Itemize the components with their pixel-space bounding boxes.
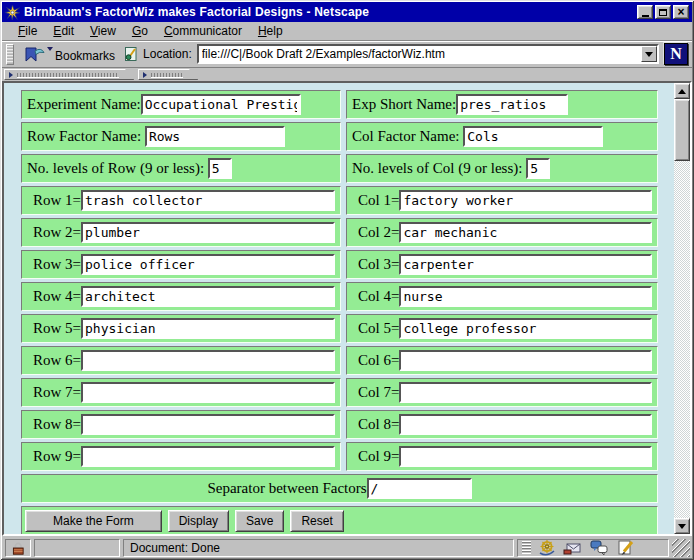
location-dropdown-button[interactable] bbox=[641, 46, 657, 62]
tab-texture bbox=[151, 73, 183, 77]
col-level-label: Col 7= bbox=[352, 384, 399, 401]
mailbox-icon[interactable] bbox=[563, 539, 583, 556]
row-level-cell: Row 8= bbox=[21, 410, 341, 439]
menu-bar: File Edit View Go Communicator Help bbox=[2, 22, 692, 41]
col-level-label: Col 3= bbox=[352, 256, 399, 273]
row-level-input[interactable] bbox=[81, 446, 335, 467]
row-level-label: Row 4= bbox=[27, 288, 81, 305]
bookmarks-label: Bookmarks bbox=[55, 49, 115, 63]
bookmarks-button[interactable]: Bookmarks bbox=[19, 45, 119, 64]
display-button[interactable]: Display bbox=[168, 510, 229, 532]
factor-level-row: Row 6=Col 6= bbox=[21, 346, 658, 375]
row-factor-name-input[interactable] bbox=[145, 126, 285, 147]
col-level-input[interactable] bbox=[399, 222, 652, 243]
col-level-cell: Col 8= bbox=[346, 410, 658, 439]
collapsed-navigation-toolbar-tab[interactable] bbox=[4, 69, 134, 80]
menu-file[interactable]: File bbox=[10, 22, 45, 40]
col-factor-name-cell: Col Factor Name: bbox=[346, 122, 658, 151]
experiment-name-input[interactable] bbox=[141, 94, 301, 115]
status-bar: Document: Done bbox=[2, 536, 692, 558]
scroll-down-arrow bbox=[678, 524, 686, 529]
factor-rows: Row 1=Col 1=Row 2=Col 2=Row 3=Col 3=Row … bbox=[21, 186, 658, 471]
save-button[interactable]: Save bbox=[235, 510, 284, 532]
location-toolbar: Bookmarks Location: N bbox=[2, 41, 692, 68]
composer-icon[interactable] bbox=[615, 539, 635, 556]
scroll-up-button[interactable] bbox=[674, 83, 690, 99]
row-level-input[interactable] bbox=[81, 222, 335, 243]
maximize-icon bbox=[659, 9, 667, 16]
buttons-cell: Make the Form Display Save Reset bbox=[21, 506, 658, 534]
separator-input[interactable] bbox=[367, 478, 472, 499]
row-level-input[interactable] bbox=[81, 286, 335, 307]
security-lock-icon bbox=[10, 540, 26, 556]
location-input[interactable] bbox=[199, 46, 641, 62]
row-level-cell: Row 3= bbox=[21, 250, 341, 279]
factor-form-table: Experiment Name: Exp Short Name: Row Fac… bbox=[21, 90, 658, 534]
row-levels-input[interactable] bbox=[208, 158, 232, 179]
close-button[interactable]: × bbox=[673, 5, 689, 19]
menu-help[interactable]: Help bbox=[250, 22, 291, 40]
factor-level-row: Row 4=Col 4= bbox=[21, 282, 658, 311]
row-level-cell: Row 2= bbox=[21, 218, 341, 247]
toolbar-grip[interactable] bbox=[6, 44, 14, 65]
status-message-panel: Document: Done bbox=[123, 539, 514, 557]
col-level-input[interactable] bbox=[399, 286, 652, 307]
row-level-input[interactable] bbox=[81, 318, 335, 339]
maximize-button[interactable] bbox=[655, 5, 671, 19]
col-level-input[interactable] bbox=[399, 446, 652, 467]
menu-view[interactable]: View bbox=[82, 22, 124, 40]
reset-button[interactable]: Reset bbox=[290, 510, 343, 532]
close-icon: × bbox=[677, 7, 684, 17]
col-level-label: Col 8= bbox=[352, 416, 399, 433]
experiment-name-label: Experiment Name: bbox=[27, 96, 141, 113]
bookmark-icon bbox=[23, 46, 45, 63]
separator-row: Separator between Factors bbox=[21, 474, 658, 503]
menu-go[interactable]: Go bbox=[124, 22, 156, 40]
col-level-cell: Col 7= bbox=[346, 378, 658, 407]
row-level-input[interactable] bbox=[81, 382, 335, 403]
discussions-icon[interactable] bbox=[589, 539, 609, 556]
separator-label: Separator between Factors bbox=[207, 480, 366, 497]
col-level-cell: Col 2= bbox=[346, 218, 658, 247]
scrollbar-thumb[interactable] bbox=[674, 99, 690, 161]
exp-short-name-input[interactable] bbox=[456, 94, 568, 115]
factor-level-row: Row 8=Col 8= bbox=[21, 410, 658, 439]
row-levels-label: No. levels of Row (9 or less): bbox=[27, 160, 208, 177]
levels-row: No. levels of Row (9 or less): No. level… bbox=[21, 154, 658, 183]
browser-viewport: Experiment Name: Exp Short Name: Row Fac… bbox=[2, 81, 692, 536]
row-level-label: Row 7= bbox=[27, 384, 81, 401]
scroll-down-button[interactable] bbox=[674, 518, 690, 534]
collapsed-personal-toolbar-tab[interactable] bbox=[138, 69, 198, 80]
status-message: Document: Done bbox=[130, 541, 220, 555]
menu-edit[interactable]: Edit bbox=[45, 22, 82, 40]
menu-communicator[interactable]: Communicator bbox=[156, 22, 250, 40]
component-bar bbox=[517, 539, 669, 557]
component-bar-grip[interactable] bbox=[522, 541, 531, 554]
page-proxy-icon[interactable] bbox=[124, 46, 138, 62]
make-the-form-button[interactable]: Make the Form bbox=[25, 510, 162, 532]
col-level-input[interactable] bbox=[399, 190, 652, 211]
col-levels-input[interactable] bbox=[526, 158, 550, 179]
minimize-button[interactable] bbox=[637, 5, 653, 19]
col-factor-name-input[interactable] bbox=[463, 126, 603, 147]
col-factor-name-label: Col Factor Name: bbox=[352, 128, 463, 145]
col-level-input[interactable] bbox=[399, 414, 652, 435]
row-level-input[interactable] bbox=[81, 190, 335, 211]
col-level-input[interactable] bbox=[399, 318, 652, 339]
vertical-scrollbar[interactable] bbox=[674, 83, 690, 534]
col-level-label: Col 5= bbox=[352, 320, 399, 337]
row-level-label: Row 2= bbox=[27, 224, 81, 241]
factor-level-row: Row 7=Col 7= bbox=[21, 378, 658, 407]
row-level-input[interactable] bbox=[81, 254, 335, 275]
name-row: Experiment Name: Exp Short Name: bbox=[21, 90, 658, 119]
netscape-logo[interactable]: N bbox=[664, 43, 688, 65]
security-panel[interactable] bbox=[5, 539, 31, 557]
col-level-input[interactable] bbox=[399, 382, 652, 403]
row-level-input[interactable] bbox=[81, 350, 335, 371]
window-resize-grip[interactable] bbox=[672, 539, 690, 557]
navigator-wheel-icon[interactable] bbox=[537, 539, 557, 556]
row-level-input[interactable] bbox=[81, 414, 335, 435]
col-level-input[interactable] bbox=[399, 350, 652, 371]
col-level-label: Col 2= bbox=[352, 224, 399, 241]
col-level-input[interactable] bbox=[399, 254, 652, 275]
